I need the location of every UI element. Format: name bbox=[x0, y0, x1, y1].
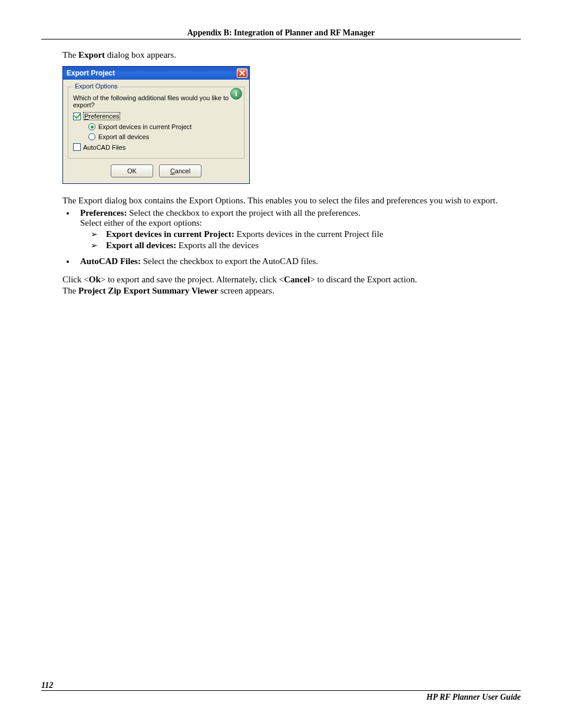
dialog-screenshot: Export Project i Export Options Which of… bbox=[62, 66, 521, 184]
dialog-titlebar: Export Project bbox=[63, 67, 249, 80]
bullet-list: Preferences: Select the checkbox to expo… bbox=[62, 208, 521, 266]
c2a: The bbox=[62, 286, 78, 295]
c1b: Ok bbox=[89, 275, 101, 284]
radio-current-project[interactable] bbox=[88, 123, 95, 130]
tri2-text: Exports all the devices bbox=[176, 241, 259, 250]
pref-rest: references bbox=[88, 113, 119, 120]
tri1-bold: Export devices in current Project: bbox=[106, 229, 234, 239]
autocad-checkbox[interactable] bbox=[73, 143, 81, 151]
c2c: screen appears. bbox=[218, 286, 274, 295]
question-text: Which of the following additional files … bbox=[73, 94, 240, 108]
close-button[interactable] bbox=[237, 68, 247, 78]
ok-label: OK bbox=[127, 167, 137, 174]
close-icon bbox=[239, 70, 245, 76]
radio-all-devices-row[interactable]: Export all devices bbox=[88, 133, 240, 140]
pref-bold: Preferences: bbox=[80, 208, 127, 218]
intro-prefix: The bbox=[62, 50, 78, 60]
c1c: > to export and save the project. Altern… bbox=[101, 275, 284, 284]
auto-text: Select the checkbox to export the AutoCA… bbox=[141, 256, 318, 266]
bullet-preferences: Preferences: Select the checkbox to expo… bbox=[75, 208, 521, 251]
footer-divider: HP RF Planner User Guide bbox=[41, 690, 521, 702]
dialog-button-row: OK Cancel bbox=[68, 164, 244, 177]
tri2-bold: Export all devices: bbox=[106, 241, 176, 250]
pref-text: Select the checkbox to export the projec… bbox=[127, 208, 361, 218]
tri-item-2: Export all devices: Exports all the devi… bbox=[91, 241, 521, 251]
export-options-group: Export Options Which of the following ad… bbox=[68, 87, 244, 159]
c1e: > to discard the Export action. bbox=[310, 275, 417, 284]
radio-all-label: Export all devices bbox=[98, 133, 149, 140]
dialog-body: i Export Options Which of the following … bbox=[63, 80, 249, 183]
page-number: 112 bbox=[41, 681, 521, 690]
export-dialog: Export Project i Export Options Which of… bbox=[62, 66, 250, 184]
autocad-label: AutoCAD Files bbox=[83, 144, 125, 151]
c1d: Cancel bbox=[284, 275, 310, 284]
click-paragraph-1: Click <Ok> to export and save the projec… bbox=[62, 275, 521, 285]
click-paragraph-2: The Project Zip Export Summary Viewer sc… bbox=[62, 286, 521, 296]
preferences-row[interactable]: Preferences bbox=[73, 112, 240, 120]
page-header: Appendix B: Integration of Planner and R… bbox=[41, 28, 521, 39]
pref-subtext: Select either of the export options: bbox=[80, 218, 521, 228]
bullet-autocad: AutoCAD Files: Select the checkbox to ex… bbox=[75, 256, 521, 266]
radio-current-project-row[interactable]: Export devices in current Project bbox=[88, 123, 240, 130]
dialog-title: Export Project bbox=[67, 69, 115, 77]
c1a: Click < bbox=[62, 275, 89, 284]
intro-paragraph: The Export dialog box appears. bbox=[62, 50, 521, 60]
ok-button[interactable]: OK bbox=[111, 164, 153, 177]
guide-title: HP RF Planner User Guide bbox=[41, 693, 521, 702]
auto-bold: AutoCAD Files: bbox=[80, 256, 141, 266]
c2b: Project Zip Export Summary Viewer bbox=[78, 286, 218, 295]
group-legend: Export Options bbox=[73, 83, 120, 90]
description-paragraph: The Export dialog box contains the Expor… bbox=[62, 196, 521, 206]
cancel-rest: ancel bbox=[175, 167, 190, 174]
intro-suffix: dialog box appears. bbox=[105, 50, 176, 60]
preferences-label: Preferences bbox=[83, 112, 120, 120]
intro-bold: Export bbox=[78, 50, 105, 60]
preferences-checkbox[interactable] bbox=[73, 113, 81, 120]
tri-item-1: Export devices in current Project: Expor… bbox=[91, 229, 521, 239]
autocad-row[interactable]: AutoCAD Files bbox=[73, 143, 240, 151]
page-footer: 112 HP RF Planner User Guide bbox=[41, 681, 521, 702]
radio-all-devices[interactable] bbox=[88, 133, 95, 140]
tri-list: Export devices in current Project: Expor… bbox=[91, 229, 521, 251]
cancel-button[interactable]: Cancel bbox=[159, 164, 201, 177]
header-title: Appendix B: Integration of Planner and R… bbox=[187, 28, 375, 37]
cancel-accel: C bbox=[170, 167, 175, 174]
tri1-text: Exports devices in the current Project f… bbox=[234, 229, 384, 239]
radio-current-label: Export devices in current Project bbox=[98, 123, 191, 130]
